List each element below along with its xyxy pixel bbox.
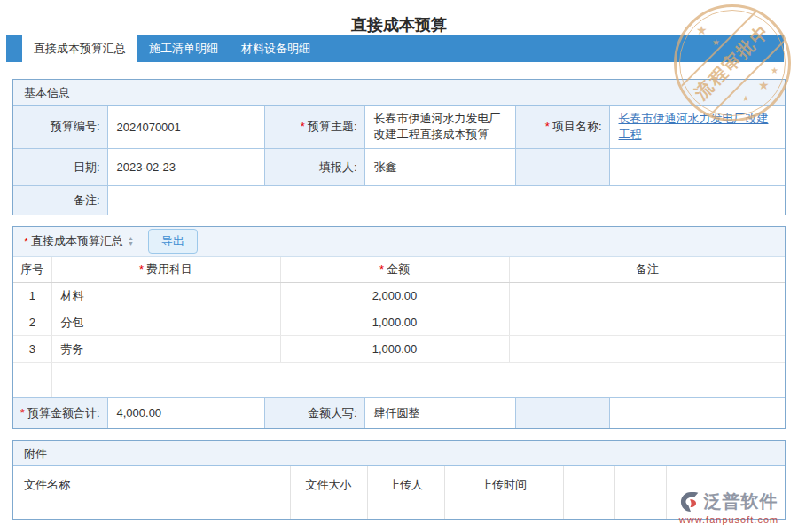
- summary-table: 序号 *费用科目 *金额 备注 1 材料 2,000.00 2 分包 1,000…: [13, 257, 785, 397]
- required-marker: *: [545, 120, 550, 133]
- subject-label: *预算主题:: [264, 106, 364, 149]
- amount-in-words-label-text: 金额大写:: [308, 406, 357, 419]
- attachments-section-title: 附件: [13, 441, 785, 466]
- budget-no-label: 预算编号:: [13, 106, 107, 149]
- empty-cell: [290, 505, 367, 519]
- project-name-link[interactable]: 长春市伊通河水力发电厂改建工程: [619, 112, 769, 141]
- table-row: 2 分包 1,000.00: [13, 309, 785, 336]
- row-amount: 1,000.00: [280, 336, 509, 363]
- row-remark: [509, 336, 785, 363]
- empty-cell: [13, 505, 290, 519]
- empty-table-space: [13, 363, 785, 397]
- empty-header-cell: [614, 466, 666, 505]
- subject-value: 长春市伊通河水力发电厂改建工程直接成本预算: [364, 106, 515, 149]
- empty-label-cell: [515, 397, 609, 428]
- subject-label-text: 预算主题:: [308, 120, 357, 133]
- empty-value-cell: [609, 397, 785, 428]
- table-row: 备注:: [13, 186, 785, 215]
- empty-value-cell: [609, 149, 785, 186]
- star-icon: ★: [771, 66, 778, 75]
- col-header-file-name: 文件名称: [13, 466, 290, 505]
- table-row: 1 材料 2,000.00: [13, 283, 785, 309]
- sort-down-icon: ▼: [128, 241, 134, 246]
- row-amount: 2,000.00: [280, 283, 509, 309]
- row-remark: [509, 283, 785, 309]
- empty-cell: [444, 505, 563, 519]
- col-header-amount: *金额: [280, 257, 509, 283]
- row-subject: 材料: [51, 283, 280, 309]
- amount-in-words-label: 金额大写:: [264, 397, 364, 428]
- empty-cell: [563, 505, 614, 519]
- row-no: 1: [13, 283, 51, 309]
- col-remark-text: 备注: [636, 262, 659, 276]
- tab-material-equipment-detail[interactable]: 材料设备明细: [230, 35, 322, 62]
- page-title: 直接成本预算: [0, 0, 798, 35]
- basic-info-table: 预算编号: 2024070001 *预算主题: 长春市伊通河水力发电厂改建工程直…: [13, 106, 785, 215]
- empty-cell: [614, 505, 666, 519]
- summary-toolbar: * 直接成本预算汇总 ▲ ▼ 导出: [13, 227, 785, 257]
- table-row: 3 劳务 1,000.00: [13, 336, 785, 363]
- row-no: 3: [13, 336, 51, 363]
- required-marker: *: [24, 235, 28, 248]
- preparer-label-text: 填报人:: [319, 160, 357, 174]
- col-header-subject: *费用科目: [51, 257, 280, 283]
- page-root: 直接成本预算 直接成本预算汇总 施工清单明细 材料设备明细 基本信息 预算编号:…: [0, 0, 798, 520]
- empty-cell: [280, 363, 509, 397]
- amount-in-words-value: 肆仟圆整: [364, 397, 515, 428]
- col-header-file-size: 文件大小: [290, 466, 367, 505]
- summary-total-row: *预算金额合计: 4,000.00 金额大写: 肆仟圆整: [13, 397, 785, 429]
- tab-construction-list-detail[interactable]: 施工清单明细: [137, 35, 230, 62]
- basic-info-section-title: 基本信息: [13, 80, 785, 106]
- empty-cell: [13, 363, 51, 397]
- remark-value: [107, 186, 785, 215]
- empty-cell: [51, 363, 280, 397]
- row-subject: 劳务: [51, 336, 280, 363]
- total-amount-label-text: 预算金额合计:: [27, 406, 100, 419]
- remark-label-text: 备注:: [74, 193, 100, 207]
- preparer-label: 填报人:: [264, 149, 364, 186]
- empty-header-cell: [563, 466, 614, 505]
- table-row: *预算金额合计: 4,000.00 金额大写: 肆仟圆整: [13, 397, 785, 428]
- project-name-label: *项目名称:: [515, 106, 609, 149]
- col-header-remark: 备注: [509, 257, 785, 283]
- row-amount: 1,000.00: [280, 309, 509, 336]
- tab-bar: 直接成本预算汇总 施工清单明细 材料设备明细: [6, 35, 784, 62]
- fanpu-logo-icon: [680, 491, 701, 512]
- table-row: 日期: 2023-02-23 填报人: 张鑫: [13, 149, 785, 186]
- col-amount-text: 金额: [387, 262, 410, 276]
- project-name-cell: 长春市伊通河水力发电厂改建工程: [609, 106, 785, 149]
- row-subject: 分包: [51, 309, 280, 336]
- basic-info-panel: 基本信息 预算编号: 2024070001 *预算主题: 长春市伊通河水力发电厂…: [12, 79, 786, 215]
- col-header-uploader: 上传人: [367, 466, 444, 505]
- export-button[interactable]: 导出: [148, 229, 198, 254]
- sort-icon[interactable]: ▲ ▼: [128, 236, 134, 246]
- budget-no-label-text: 预算编号:: [51, 120, 100, 133]
- summary-panel: * 直接成本预算汇总 ▲ ▼ 导出 序号 *费用科目 *金额 备注 1 材料: [12, 226, 786, 430]
- date-label: 日期:: [13, 149, 107, 186]
- total-amount-label: *预算金额合计:: [13, 397, 107, 428]
- brand-logo: 泛普软件 www.fanpusoft.com: [667, 489, 791, 525]
- tab-direct-cost-summary[interactable]: 直接成本预算汇总: [22, 35, 137, 62]
- total-amount-value: 4,000.00: [107, 397, 264, 428]
- empty-cell: [367, 505, 444, 519]
- table-row: 预算编号: 2024070001 *预算主题: 长春市伊通河水力发电厂改建工程直…: [13, 106, 785, 149]
- empty-label-cell: [515, 149, 609, 186]
- col-subject-text: 费用科目: [146, 262, 192, 276]
- brand-site-url: www.fanpusoft.com: [667, 514, 791, 525]
- date-label-text: 日期:: [74, 160, 100, 174]
- brand-logo-top: 泛普软件: [667, 489, 791, 513]
- project-name-label-text: 项目名称:: [552, 120, 602, 133]
- preparer-value: 张鑫: [364, 149, 515, 186]
- table-header-row: 序号 *费用科目 *金额 备注: [13, 257, 785, 283]
- col-no-text: 序号: [20, 262, 43, 276]
- remark-label: 备注:: [13, 186, 107, 215]
- required-marker: *: [20, 406, 25, 419]
- required-marker: *: [139, 262, 144, 276]
- required-marker: *: [379, 262, 384, 276]
- empty-cell: [509, 363, 785, 397]
- col-header-upload-time: 上传时间: [444, 466, 563, 505]
- col-header-no: 序号: [13, 257, 51, 283]
- date-value: 2023-02-23: [107, 149, 264, 186]
- brand-name: 泛普软件: [704, 489, 778, 513]
- row-no: 2: [13, 309, 51, 336]
